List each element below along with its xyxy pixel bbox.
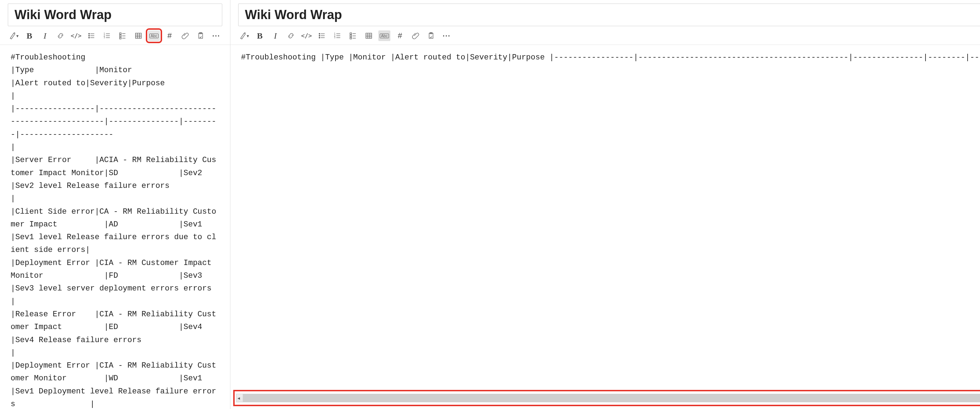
checklist-icon [349,32,357,40]
svg-point-25 [319,33,320,34]
word-wrap-button[interactable]: Abc [148,30,160,41]
more-button[interactable]: ··· [210,30,222,41]
table-icon [135,32,142,40]
toolbar: ▾ B I </> 123 Abc # ··· [231,28,980,45]
paperclip-icon [181,32,189,40]
svg-rect-41 [350,38,352,39]
code-button[interactable]: </> [301,30,312,41]
svg-point-0 [89,33,89,34]
link-icon [287,32,295,40]
workitem-button[interactable] [195,30,207,41]
svg-point-4 [89,37,89,38]
code-button[interactable]: </> [70,30,82,41]
svg-point-29 [319,37,320,38]
numbered-list-icon: 123 [334,32,342,40]
toolbar: ▾ B I </> 123 Abc # ··· [0,28,230,45]
more-icon: ··· [212,32,221,40]
bullet-list-button[interactable] [316,30,328,41]
title-input[interactable]: Wiki Word Wrap [238,3,980,26]
bold-icon: B [27,31,32,41]
svg-text:3: 3 [334,36,336,38]
bold-icon: B [257,31,262,41]
bold-button[interactable]: B [254,30,266,41]
word-wrap-icon: Abc [150,33,159,38]
link-button[interactable] [285,30,297,41]
code-icon: </> [301,32,312,39]
clipboard-icon [197,32,205,40]
clipboard-icon [427,32,435,40]
table-icon [365,32,373,40]
svg-point-2 [89,35,89,37]
numbered-list-button[interactable]: 123 [332,30,344,41]
format-painter-button[interactable]: ▾ [238,30,250,41]
more-icon: ··· [443,32,451,40]
code-icon: </> [71,32,82,39]
hashtag-icon: # [398,31,402,40]
left-pane: Wiki Word Wrap ▾ B I </> 123 Abc # [0,0,231,409]
link-icon [57,32,64,40]
svg-point-27 [319,35,320,37]
format-painter-button[interactable]: ▾ [8,30,20,41]
table-button[interactable] [132,30,145,41]
hashtag-button[interactable]: # [394,30,406,41]
svg-rect-16 [119,38,121,39]
workitem-button[interactable] [425,30,437,41]
checklist-button[interactable] [347,30,359,41]
hashtag-icon: # [167,31,172,40]
right-pane: Wiki Word Wrap ▾ B I </> 123 Abc # [231,0,980,409]
bullet-list-icon [88,32,95,40]
svg-text:3: 3 [104,36,105,38]
format-painter-icon [9,32,17,40]
svg-rect-14 [119,35,121,37]
format-painter-icon [240,32,247,40]
svg-rect-39 [350,35,352,37]
italic-icon: I [274,31,277,41]
attachment-button[interactable] [409,30,422,41]
table-button[interactable] [363,30,375,41]
title-input[interactable]: Wiki Word Wrap [8,3,222,26]
hashtag-button[interactable]: # [164,30,175,41]
attachment-button[interactable] [179,30,191,41]
italic-icon: I [43,31,46,41]
editor-content-wrapped[interactable]: #Troubleshooting |Type |Monitor |Alert r… [0,45,230,409]
italic-button[interactable]: I [39,30,51,41]
checklist-button[interactable] [117,30,129,41]
svg-rect-37 [350,33,352,35]
bullet-list-icon [318,32,326,40]
editor-content-nowrap[interactable]: #Troubleshooting |Type |Monitor |Alert r… [231,45,980,409]
svg-rect-43 [366,33,372,38]
italic-button[interactable]: I [269,30,282,41]
bold-button[interactable]: B [23,30,35,41]
numbered-list-icon: 123 [103,32,111,40]
link-button[interactable] [54,30,67,41]
chevron-down-icon: ▾ [247,33,249,38]
editor-text: #Troubleshooting |Type |Monitor |Alert r… [11,53,230,409]
numbered-list-button[interactable]: 123 [101,30,113,41]
chevron-down-icon: ▾ [16,33,19,38]
word-wrap-button[interactable]: Abc [378,30,390,41]
more-button[interactable]: ··· [441,30,453,41]
svg-rect-18 [135,33,142,38]
bullet-list-button[interactable] [86,30,98,41]
word-wrap-icon: Abc [380,33,389,38]
checklist-icon [119,32,127,40]
svg-rect-12 [119,33,121,35]
paperclip-icon [412,32,419,40]
